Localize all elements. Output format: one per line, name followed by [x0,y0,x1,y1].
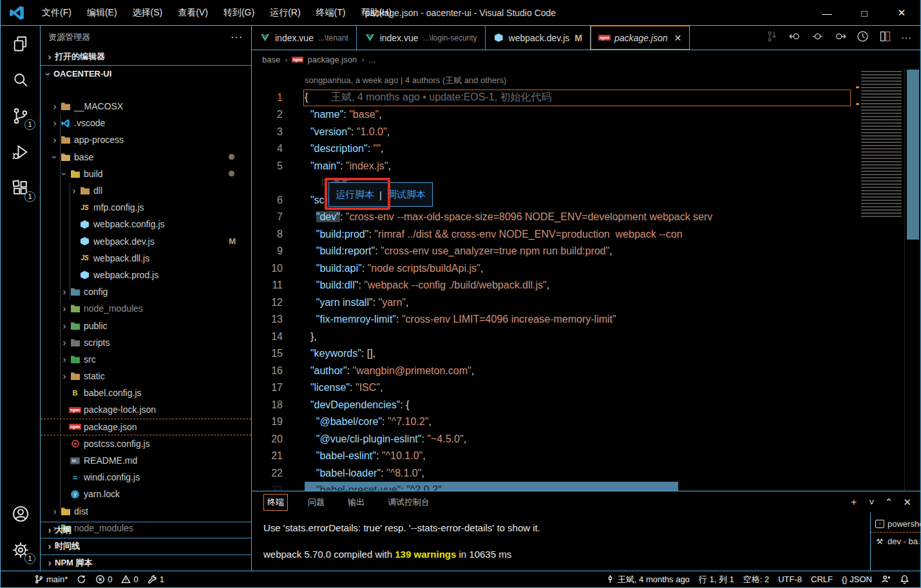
workspace-root-folder[interactable]: › OACENTER-UI [41,66,251,82]
tree-item-package-json[interactable]: npmpackage.json [41,419,251,435]
tree-item-webpack-dev-js[interactable]: webpack.dev.jsM [41,233,251,250]
code-line-16[interactable]: 16 "author": "wangbin@primeton.com", [252,363,920,380]
section-npm-scripts[interactable]: ›NPM 脚本 [41,555,251,571]
tree-item-webpack-dll-js[interactable]: JSwebpack.dll.js [41,250,251,267]
close-panel-icon[interactable]: ✕ [903,497,911,508]
tree-item-babel-config-js[interactable]: Bbabel.config.js [41,384,251,401]
tree-item-readme-md[interactable]: M↓README.md [41,452,251,469]
code-line-17[interactable]: 17 "license": "ISC", [252,379,920,397]
account-icon[interactable] [1,496,41,532]
tree-item-webpack-prod-js[interactable]: webpack.prod.js [41,267,251,283]
editor[interactable]: songpanhua, a week ago | 4 authors (王斌 a… [252,68,920,491]
code-line-5[interactable]: 5 "main": "index.js", [252,158,920,175]
code-line-18[interactable]: 18 "devDependencies": { [252,397,920,414]
split-editor-icon[interactable] [878,30,892,46]
breadcrumb-item[interactable]: package.json [308,55,357,64]
status-feedback[interactable] [877,574,895,584]
status--json[interactable]: {} JSON [837,574,877,584]
terminal-devba[interactable]: ⚒dev - ba... ( [871,533,920,550]
menu-item[interactable]: 查看(V) [170,7,216,19]
tree-item-static[interactable]: ›static [41,368,251,384]
status-crlf[interactable]: CRLF [806,574,837,584]
code-line-23[interactable]: 23 "babel-preset-vue": "^2.0.2" [252,482,920,491]
more-icon[interactable]: ··· [901,32,911,44]
status--2[interactable]: 空格: 2 [739,574,774,585]
code-line-3[interactable]: 3 "version": "1.0.0", [252,124,920,141]
code-line-4[interactable]: 4 "description": "", [252,140,920,158]
code-line-11[interactable]: 11 "build:dll": "webpack --config ./buil… [252,277,920,294]
panel-tab-终端[interactable]: 终端 [263,494,288,511]
section-timeline[interactable]: ›时间线 [41,538,251,555]
minimap[interactable] [856,68,904,491]
debug-script-link[interactable]: 调试脚本 [387,189,426,201]
breadcrumb-item[interactable]: ... [369,55,376,64]
terminal-output[interactable]: Use 'stats.errorDetails: true' resp. '--… [263,520,540,563]
scrollbar-slider[interactable] [907,70,919,240]
nav-current-icon[interactable] [811,30,824,46]
run-debug-icon[interactable] [1,134,41,170]
status-warnings[interactable]: 0 [117,574,142,584]
status-sync[interactable] [72,574,91,584]
nav-forward-icon[interactable] [833,30,847,46]
breadcrumb[interactable]: base›npmpackage.json›... [252,50,920,68]
tree-item-package-lock-json[interactable]: npmpackage-lock.json [41,401,251,418]
tree-item-postcss-config-js[interactable]: postcss.config.js [41,435,251,452]
menu-item[interactable]: 运行(R) [262,7,308,19]
minimize-button[interactable]: — [808,0,846,26]
code-line-22[interactable]: 22 "babel-loader": "^8.1.0", [252,465,920,482]
tree-item-config[interactable]: ›config [41,283,251,300]
panel-tab-问题[interactable]: 问题 [305,495,328,510]
maximize-panel-icon[interactable]: ⌃ [885,497,893,508]
tree-item-windi-config-js[interactable]: ≈windi.config.js [41,469,251,486]
code-line-12[interactable]: 12 "yarn install": "yarn", [252,294,920,312]
menu-item[interactable]: 转到(G) [216,7,262,19]
status-commit[interactable]: 王斌, 4 months ago [601,574,694,585]
code-line-21[interactable]: 21 "babel-eslint": "^10.1.0", [252,448,920,465]
sidebar-more-actions[interactable]: ··· [231,32,243,42]
tree-item-mfp-config-js[interactable]: JSmfp.config.js [41,199,251,216]
code-line-13[interactable]: 13 "fix-memroy-limit": "cross-env LIMIT=… [252,311,920,328]
code-line-9[interactable]: 9 "build:report": "cross-env use_analyze… [252,243,920,260]
tree-item-yarn-lock[interactable]: yyarn.lock [41,486,251,502]
codelens[interactable]: songpanhua, a week ago | 4 authors (王斌 a… [252,72,920,90]
code-line-7[interactable]: 7 "dev": "cross-env --max-old-space-size… [252,209,920,226]
close-icon[interactable]: ✕ [674,33,681,43]
tree-item-node-modules[interactable]: ›node_modules [41,300,251,317]
settings-gear-icon[interactable]: 1 [1,532,41,568]
section-outline[interactable]: ›大纲 [41,522,251,538]
tree-item--macosx[interactable]: ›__MACOSX [41,98,251,115]
menu-item[interactable]: 编辑(E) [79,7,125,19]
code-line-10[interactable]: 10 "build:api": "node scripts/buildApi.j… [252,260,920,278]
tab-package-json[interactable]: npmpackage.json✕ [591,26,690,50]
nav-back-icon[interactable] [788,30,802,46]
panel-tab-输出[interactable]: 输出 [345,495,368,510]
tree-item-dist[interactable]: ›dist [41,503,251,520]
status-errors[interactable]: 0 [91,574,117,584]
code-line-1[interactable]: 1{ 王斌, 4 months ago • update:EOS-1, 初始化代… [252,90,920,107]
tab-index-vue[interactable]: index.vue...\login-security [357,26,486,50]
tree-item-app-process[interactable]: ›app-process [41,131,251,148]
source-control-icon[interactable]: 1 [1,98,41,134]
tree-item-webpack-config-js[interactable]: webpack.config.js [41,216,251,232]
menu-item[interactable]: 终端(T) [309,7,354,19]
menu-item[interactable]: 文件(F) [34,7,79,19]
code-line-8[interactable]: 8 "build:prod": "rimraf ../dist && cross… [252,226,920,243]
tree-item-dll[interactable]: ›dll [41,182,251,199]
open-editors-section[interactable]: › 打开的编辑器 [41,48,251,66]
status-bell[interactable] [895,574,914,584]
history-icon[interactable] [856,30,869,46]
code-line-20[interactable]: 20 "@vue/cli-plugin-eslint": "~4.5.0", [252,431,920,448]
status-wrench[interactable]: 1 [143,574,169,584]
maximize-button[interactable]: □ [846,0,883,26]
tab-webpack-dev-js[interactable]: webpack.dev.jsM [486,26,591,50]
tree-item-public[interactable]: ›public [41,317,251,334]
tree-item-src[interactable]: ›src [41,351,251,368]
terminal-dropdown-icon[interactable]: ˅ [869,497,875,507]
code-line-2[interactable]: 2 "name": "base", [252,106,920,124]
search-icon[interactable] [1,62,41,98]
new-terminal-icon[interactable]: ＋ [849,496,859,508]
extensions-icon[interactable]: 1 [1,170,41,206]
code-line-19[interactable]: 19 "@babel/core": "^7.10.2", [252,413,920,431]
editor-scrollbar[interactable] [904,68,920,491]
status-branch[interactable]: main* [30,574,72,584]
